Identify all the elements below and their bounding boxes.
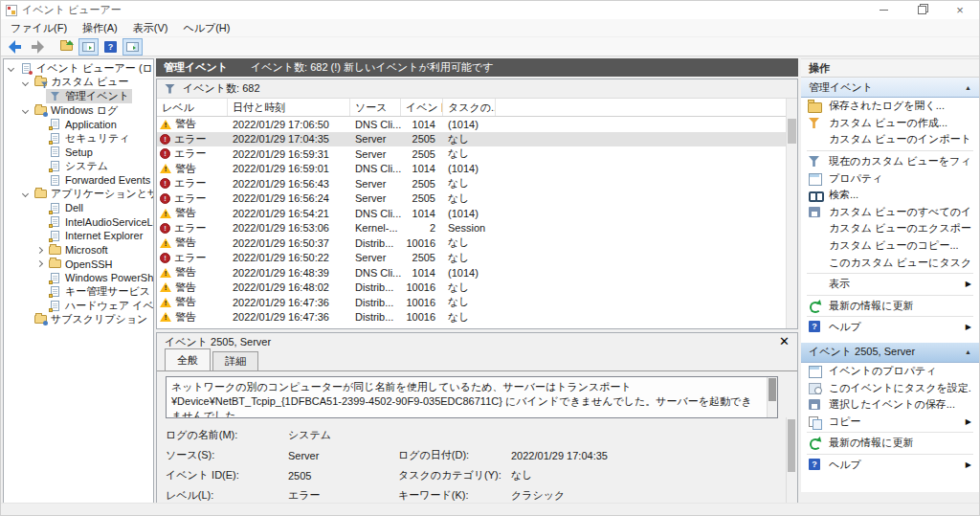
tree-item-15[interactable]: Windows PowerShell (4, 271, 153, 285)
restore-button[interactable] (902, 1, 941, 19)
tree-item-4[interactable]: Application (4, 117, 153, 131)
scrollbar-thumb[interactable] (768, 378, 776, 401)
help-button[interactable]: ? (100, 38, 121, 56)
tree-item-2[interactable]: 管理イベント (4, 89, 153, 103)
tree-item-label: Windows ログ (51, 103, 118, 118)
event-row-7[interactable]: エラー2022/01/29 16:53:06Kernel-...2Session (157, 221, 797, 236)
chevron-down-icon[interactable] (20, 76, 32, 90)
event-row-5[interactable]: エラー2022/01/29 16:56:24Server2505なし (157, 191, 797, 207)
event-row-8[interactable]: 警告2022/01/29 16:50:37Distrib...10016なし (157, 236, 797, 251)
action-item-0-2[interactable]: カスタム ビューのインポート... (801, 131, 979, 148)
action-item-0-3[interactable]: 現在のカスタム ビューをフィルター... (801, 153, 979, 170)
action-item-0-5[interactable]: 検索... (801, 187, 979, 204)
actions-pane: 操作 管理イベント▲保存されたログを開く...カスタム ビューの作成...カスタ… (801, 58, 979, 492)
minimize-button[interactable] (864, 1, 902, 19)
action-item-0-9[interactable]: このカスタム ビューにタスクを設定... (801, 254, 979, 271)
tree-item-11[interactable]: IntelAudioServiceLog (4, 215, 153, 230)
action-item-1-3[interactable]: コピー▶ (801, 414, 979, 431)
tree-item-10[interactable]: Dell (4, 201, 153, 215)
detail-scrollbar[interactable] (786, 417, 796, 505)
close-button[interactable]: × (941, 1, 979, 19)
event-row-2[interactable]: エラー2022/01/29 16:59:31Server2505なし (157, 146, 797, 162)
back-button[interactable] (5, 38, 25, 56)
scrollbar-thumb[interactable] (788, 419, 795, 472)
menu-item-3[interactable]: ヘルプ(H) (175, 19, 237, 36)
tree-item-label: カスタム ビュー (51, 75, 129, 89)
action-item-0-8[interactable]: カスタム ビューのコピー... (801, 237, 979, 255)
action-item-0-10[interactable]: 表示▶ (801, 276, 979, 293)
action-section-header-0[interactable]: 管理イベント▲ (801, 78, 979, 98)
show-action-pane-button[interactable] (122, 38, 143, 56)
chevron-right-icon[interactable] (34, 257, 46, 271)
tree-item-9[interactable]: アプリケーションとサービス ログ (4, 187, 153, 201)
action-item-0-4[interactable]: プロパティ (801, 169, 979, 187)
action-item-0-12[interactable]: ヘルプ▶ (801, 319, 979, 336)
tree-item-12[interactable]: Internet Explorer (4, 229, 153, 243)
tree-item-14[interactable]: OpenSSH (4, 257, 153, 271)
menu-item-2[interactable]: 表示(V) (125, 19, 176, 36)
menu-item-0[interactable]: ファイル(F) (3, 19, 75, 36)
event-row-10[interactable]: 警告2022/01/29 16:48:39DNS Cli...1014(1014… (157, 265, 797, 280)
chevron-down-icon[interactable] (20, 187, 32, 201)
event-datetime: 2022/01/29 16:50:37 (228, 237, 350, 249)
chevron-right-icon[interactable] (34, 243, 46, 258)
event-list-scrollbar[interactable] (786, 99, 797, 328)
chevron-up-icon[interactable]: ▲ (965, 348, 971, 355)
action-item-1-0[interactable]: イベントのプロパティ (801, 363, 979, 380)
open-saved-log-button[interactable] (56, 38, 77, 56)
event-id: 2505 (401, 252, 443, 263)
tab-詳細[interactable]: 詳細 (212, 351, 258, 371)
event-level-text: 警告 (175, 162, 196, 176)
event-row-0[interactable]: 警告2022/01/29 17:06:50DNS Cli...1014(1014… (157, 117, 797, 132)
tree-item-1[interactable]: カスタム ビュー (4, 76, 153, 90)
action-item-1-4[interactable]: 最新の情報に更新 (801, 435, 979, 452)
tree-item-18[interactable]: サブスクリプション (4, 313, 153, 327)
forward-button[interactable] (27, 38, 47, 56)
event-row-9[interactable]: エラー2022/01/29 16:50:22Server2505なし (157, 251, 797, 266)
filter-bar: イベント数: 682 (157, 79, 797, 99)
tree-item-5[interactable]: セキュリティ (4, 131, 153, 146)
tab-全般[interactable]: 全般 (165, 348, 211, 370)
column-header-0[interactable]: レベル (157, 99, 228, 116)
action-item-0-11[interactable]: 最新の情報に更新 (801, 298, 979, 315)
menu-item-1[interactable]: 操作(A) (75, 19, 125, 36)
chevron-down-icon[interactable] (6, 61, 17, 76)
column-header-4[interactable]: タスクの... (443, 99, 496, 116)
action-item-0-6[interactable]: カスタム ビューのすべてのイベントを名... (801, 204, 979, 221)
column-header-2[interactable]: ソース (350, 99, 401, 116)
scrollbar-thumb[interactable] (788, 119, 796, 144)
event-level-cell: 警告 (157, 310, 228, 325)
event-row-3[interactable]: 警告2022/01/29 16:59:01DNS Cli...1014(1014… (157, 162, 797, 177)
tree-item-7[interactable]: システム (4, 159, 153, 173)
tree-item-0[interactable]: イベント ビューアー (ローカル) (4, 61, 153, 76)
tree-item-17[interactable]: ハードウェア イベント (4, 299, 153, 313)
close-icon[interactable]: ✕ (779, 336, 790, 348)
event-row-11[interactable]: 警告2022/01/29 16:48:02Distrib...10016なし (157, 280, 797, 296)
event-id: 2505 (401, 148, 443, 160)
view-subtitle: イベント数: 682 (!) 新しいイベントが利用可能です (251, 60, 493, 75)
tree-item-6[interactable]: Setup (4, 146, 153, 160)
event-row-12[interactable]: 警告2022/01/29 16:47:36Distrib...10016なし (157, 295, 797, 310)
action-item-0-1[interactable]: カスタム ビューの作成... (801, 115, 979, 132)
action-item-1-1[interactable]: このイベントにタスクを設定... (801, 379, 979, 396)
tree-item-13[interactable]: Microsoft (4, 243, 153, 258)
chevron-up-icon[interactable]: ▲ (965, 84, 971, 91)
action-item-1-5[interactable]: ヘルプ▶ (801, 457, 979, 474)
event-row-1[interactable]: エラー2022/01/29 17:04:35Server2505なし (157, 132, 797, 147)
message-scrollbar[interactable] (767, 377, 777, 417)
action-item-0-7[interactable]: カスタム ビューのエクスポート... (801, 220, 979, 237)
show-console-tree-button[interactable] (78, 38, 99, 56)
tree-item-8[interactable]: Forwarded Events (4, 173, 153, 188)
event-row-4[interactable]: エラー2022/01/29 16:56:43Server2505なし (157, 176, 797, 191)
action-item-1-2[interactable]: 選択したイベントの保存... (801, 396, 979, 414)
event-row-13[interactable]: 警告2022/01/29 16:47:36Distrib...10016なし (157, 310, 797, 325)
chevron-down-icon[interactable] (20, 103, 32, 118)
action-item-0-0[interactable]: 保存されたログを開く... (801, 98, 979, 115)
column-header-1[interactable]: 日付と時刻 (228, 99, 350, 116)
event-message-box[interactable]: ネットワークの別のコンピューターが同じ名前を使用しているため、サーバーはトランス… (166, 376, 778, 418)
tree-item-16[interactable]: キー管理サービス (4, 285, 153, 300)
column-header-3[interactable]: イベント ... (401, 99, 443, 116)
event-row-6[interactable]: 警告2022/01/29 16:54:21DNS Cli...1014(1014… (157, 206, 797, 221)
action-section-header-1[interactable]: イベント 2505, Server▲ (801, 343, 979, 363)
tree-item-3[interactable]: Windows ログ (4, 103, 153, 118)
